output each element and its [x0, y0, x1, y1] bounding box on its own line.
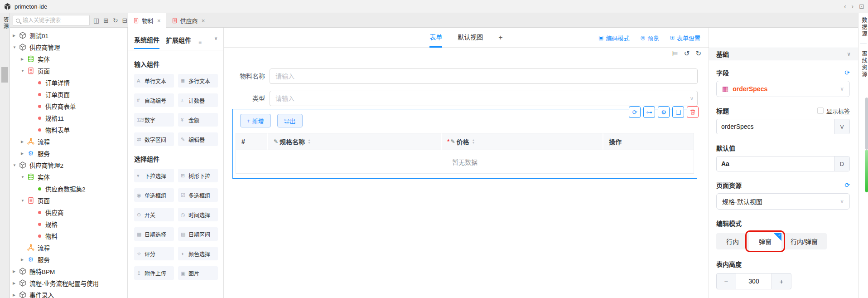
tree-item[interactable]: 供应商表单 [10, 100, 127, 112]
delete-button[interactable] [687, 106, 699, 118]
edit-mode-inline-popup[interactable]: 行内/弹窗 [781, 233, 827, 249]
link-button[interactable]: ⊶ [643, 106, 655, 118]
palette-item-number[interactable]: 123数字 [134, 113, 174, 127]
palette-item-radio-group[interactable]: ◉单选框组 [134, 188, 174, 202]
palette-item-counter[interactable]: ±计数器 [178, 93, 218, 107]
palette-item-image[interactable]: ▣图片 [178, 266, 218, 280]
caret-right-icon[interactable]: ▶ [21, 57, 27, 61]
tree-item[interactable]: 物料 [10, 230, 127, 242]
title-input[interactable] [717, 119, 834, 134]
palette-item-tree-dropdown[interactable]: ⊞树形下拉 [178, 169, 218, 182]
field-select[interactable]: ▦ orderSpecs ∨ [716, 81, 850, 97]
palette-item-rating[interactable]: ☆评分 [134, 247, 174, 260]
variable-suffix-button[interactable]: V [834, 119, 849, 134]
nav-forward-icon[interactable]: › [852, 3, 854, 10]
tree-item[interactable]: ▶流程 [10, 136, 127, 147]
section-basic[interactable]: 基础 ∨ [709, 48, 858, 60]
refresh-icon[interactable]: ⟳ [844, 69, 850, 76]
sort-desc-icon[interactable]: ▼ [308, 142, 311, 144]
selected-subtable-component[interactable]: ⟳ ⊶ ⚙ ❏ + 新增 导出 # ✎ 规格名称 ▲▼ [232, 109, 697, 179]
plus-button[interactable]: + [772, 273, 791, 289]
tree-item[interactable]: 规格 [10, 218, 127, 230]
caret-right-icon[interactable]: ▶ [21, 151, 27, 156]
undo-icon[interactable]: ↺ [684, 50, 690, 57]
align-label-icon[interactable]: ⊨ [672, 50, 678, 57]
edit-mode-inline[interactable]: 行内 [716, 233, 749, 249]
copy-button[interactable]: ❏ [672, 106, 684, 118]
material-name-input[interactable] [270, 68, 698, 84]
rail-tab-resources[interactable]: 资源 [0, 17, 10, 29]
collapse-all-icon[interactable]: ⊟ [122, 17, 128, 24]
palette-item-date-picker[interactable]: ▦日期选择 [134, 227, 174, 241]
caret-down-icon[interactable]: ▼ [13, 163, 19, 167]
redo-icon[interactable]: ↻ [695, 50, 701, 57]
preview-button[interactable]: ◎预览 [640, 34, 659, 42]
tree-item[interactable]: 订单页面 [10, 88, 127, 100]
file-switch-icon[interactable]: ◫ [93, 17, 99, 24]
caret-down-icon[interactable]: ▼ [21, 199, 27, 203]
tree-item[interactable]: ▶事件录入 [10, 289, 127, 298]
tree-item[interactable]: ▶⚙服务 [10, 254, 127, 265]
caret-right-icon[interactable]: ▶ [13, 269, 19, 274]
tab-supplier[interactable]: 供应商 × [166, 13, 211, 28]
tree-item[interactable]: ▶流程-业务流程配置与使用 [10, 277, 127, 289]
code-mode-button[interactable]: ▣编码模式 [598, 34, 629, 42]
palette-item-checkbox-group[interactable]: ☑多选框组 [178, 188, 218, 202]
caret-right-icon[interactable]: ▶ [21, 140, 27, 144]
tree-item[interactable]: 规格11 [10, 112, 127, 124]
palette-item-auto-number[interactable]: #自动编号 [134, 93, 174, 107]
settings-button[interactable]: ⚙ [658, 106, 670, 118]
view-tab-default-view[interactable]: 默认视图 [458, 28, 483, 48]
palette-item-switch[interactable]: ⊙开关 [134, 208, 174, 221]
caret-down-icon[interactable]: ▼ [13, 45, 19, 49]
default-value-input[interactable] [717, 156, 834, 171]
caret-right-icon[interactable]: ▶ [21, 258, 27, 262]
rail-tab-datasource[interactable]: 数据源 [858, 17, 868, 38]
tab-material[interactable]: 物料 × [128, 13, 166, 28]
form-settings-button[interactable]: ⊞表单设置 [670, 34, 700, 42]
save-icon[interactable]: ⊡ [859, 3, 864, 10]
refresh-icon[interactable]: ⟳ [844, 181, 850, 189]
column-price[interactable]: * ✎ 价格 ▲▼ [442, 133, 603, 150]
tree-item[interactable]: ▼供应商管理 [10, 41, 127, 53]
search-box[interactable] [13, 15, 90, 26]
palette-item-currency[interactable]: ¥金额 [178, 113, 218, 127]
nav-back-icon[interactable]: ‹ [844, 3, 846, 10]
tree-item[interactable]: 供应商 [10, 206, 127, 218]
tree-item[interactable]: 供应商数据集2 [10, 183, 127, 195]
close-icon[interactable]: × [157, 17, 161, 24]
caret-down-icon[interactable]: ▼ [21, 69, 27, 73]
view-tab-form[interactable]: 表单 [429, 28, 442, 48]
chevron-down-icon[interactable]: ∨ [689, 91, 695, 106]
sort-desc-icon[interactable]: ▼ [472, 142, 475, 144]
sync-button[interactable]: ⟳ [629, 106, 641, 118]
rail-scroll-thumb[interactable] [1, 67, 8, 83]
column-spec-name[interactable]: ✎ 规格名称 ▲▼ [268, 133, 442, 150]
tree-item[interactable]: ▶⚙服务 [10, 147, 127, 159]
export-button[interactable]: 导出 [277, 114, 303, 127]
tree-item[interactable]: ▼供应商管理2 [10, 159, 127, 171]
rail-scroll-indicator[interactable] [865, 150, 868, 192]
rail-tab-offline-resources[interactable]: 离线资源 [858, 51, 868, 78]
tree-item[interactable]: 物料表单 [10, 124, 127, 136]
palette-item-attachment-upload[interactable]: ↥附件上传 [134, 266, 174, 280]
edit-mode-popup[interactable]: 弹窗 ✓ [749, 233, 781, 249]
page-resource-select[interactable]: 规格-默认视图 ∨ [716, 193, 850, 210]
palette-item-number-range[interactable]: ⇄数字区间 [134, 132, 174, 146]
chevron-down-icon[interactable]: ∨ [214, 35, 218, 41]
caret-right-icon[interactable]: ▶ [13, 34, 19, 38]
tree-item[interactable]: 订单详情 [10, 77, 127, 88]
caret-down-icon[interactable]: ▼ [21, 175, 27, 179]
palette-item-date-range[interactable]: ▤日期区间 [178, 227, 218, 241]
tab-system-components[interactable]: 系统组件 [134, 35, 159, 49]
show-label-checkbox[interactable] [817, 107, 824, 114]
add-row-button[interactable]: + 新增 [240, 114, 271, 127]
refresh-icon[interactable]: ↻ [113, 17, 118, 24]
add-view-button[interactable]: + [498, 34, 502, 42]
tree-item[interactable]: ▶实体 [10, 53, 127, 65]
tree-item[interactable]: 流程 [10, 242, 127, 254]
palette-item-color-picker[interactable]: ◑颜色选择 [178, 247, 218, 260]
tab-extended-components[interactable]: 扩展组件 [166, 35, 191, 49]
palette-item-editor[interactable]: ✎编辑器 [178, 132, 218, 146]
add-folder-icon[interactable]: ⊞ [103, 17, 109, 24]
